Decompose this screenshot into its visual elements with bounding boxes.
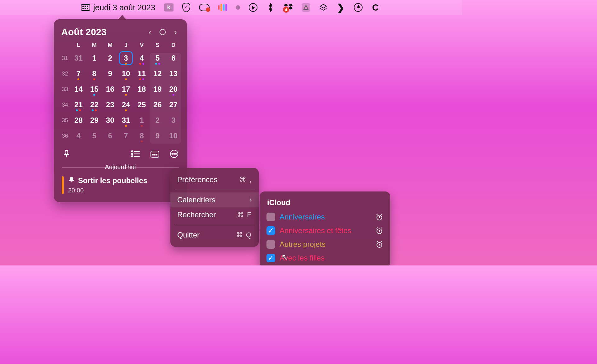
day-cell[interactable]: 31 (71, 50, 86, 66)
alarm-icon[interactable] (375, 213, 383, 221)
day-cell[interactable]: 10 (165, 128, 181, 144)
calendar-toggle-row[interactable]: ✓Avec les filles (260, 251, 390, 265)
day-cell[interactable]: 8 (134, 128, 150, 144)
week-number: 33 (59, 86, 71, 93)
day-cell[interactable]: 14 (71, 81, 86, 97)
month-view-button[interactable] (150, 149, 160, 159)
accessibility-icon[interactable] (354, 3, 363, 12)
day-cell[interactable]: 21 (71, 97, 86, 113)
svg-point-9 (132, 156, 133, 157)
day-cell[interactable]: 1 (134, 113, 150, 128)
day-cell[interactable]: 24 (118, 97, 134, 113)
day-cell[interactable]: 13 (165, 66, 181, 81)
list-view-button[interactable] (131, 149, 140, 159)
bell-icon (68, 176, 75, 185)
day-cell[interactable]: 22 (86, 97, 102, 113)
calendar-toggle-row[interactable]: ✓Anniversaires et fêtes (260, 224, 390, 237)
day-cell[interactable]: 19 (150, 81, 165, 97)
bluetooth-icon[interactable] (266, 3, 275, 12)
day-cell[interactable]: 30 (102, 113, 118, 128)
menu-item-quit[interactable]: Quitter ⌘ Q (170, 228, 259, 242)
calendar-nav: ‹ › (146, 28, 179, 36)
day-cell[interactable]: 4 (71, 128, 86, 144)
triangle-app-icon[interactable] (302, 3, 310, 12)
alarm-icon[interactable] (375, 240, 383, 248)
calendar-toggle-row[interactable]: Autres projets (260, 237, 390, 251)
k-app-icon[interactable]: k (164, 3, 174, 12)
prev-month-button[interactable]: ‹ (146, 28, 154, 36)
day-cell[interactable]: 12 (150, 66, 165, 81)
dow-header: V (134, 42, 150, 48)
day-cell[interactable]: 25 (134, 97, 150, 113)
cloud-sync-icon[interactable] (199, 4, 210, 11)
checkbox[interactable] (266, 213, 275, 221)
day-cell[interactable]: 26 (150, 97, 165, 113)
week-number: 32 (59, 71, 71, 77)
chevron-right-bold-icon[interactable]: ❯ (336, 3, 345, 12)
calendar-toggle-row[interactable]: Anniversaires (260, 210, 390, 224)
day-cell[interactable]: 11 (134, 66, 150, 81)
svg-point-17 (172, 153, 173, 154)
day-cell[interactable]: 3 (165, 113, 181, 128)
dow-header: L (71, 42, 86, 48)
day-cell[interactable]: 10 (118, 66, 134, 81)
day-cell[interactable]: 5 (150, 50, 165, 66)
calendar-header: Août 2023 ‹ › (59, 27, 181, 42)
svg-point-18 (174, 153, 175, 154)
dow-header: M (86, 42, 102, 48)
day-cell[interactable]: 7 (118, 128, 134, 144)
submenu-heading: iCloud (260, 197, 390, 210)
calendar-toolbar (59, 144, 181, 162)
shield-icon[interactable] (182, 3, 190, 12)
day-cell[interactable]: 5 (86, 128, 102, 144)
event-time: 20:00 (68, 187, 147, 194)
checkbox[interactable]: ✓ (266, 254, 275, 262)
menu-item-preferences[interactable]: Préférences ⌘ , (170, 172, 259, 187)
day-cell[interactable]: 4 (134, 50, 150, 66)
day-cell[interactable]: 28 (71, 113, 86, 128)
today-divider: Aujourd'hui (59, 164, 181, 171)
day-cell[interactable]: 29 (86, 113, 102, 128)
go-today-button[interactable] (160, 29, 166, 35)
day-cell[interactable]: 17 (118, 81, 134, 97)
menu-item-search[interactable]: Rechercher ⌘ F (170, 207, 259, 222)
dow-header: S (150, 42, 165, 48)
day-cell[interactable]: 23 (102, 97, 118, 113)
day-cell[interactable]: 15 (86, 81, 102, 97)
stack-icon[interactable] (319, 3, 328, 12)
day-cell[interactable]: 8 (86, 66, 102, 81)
day-cell[interactable]: 9 (102, 66, 118, 81)
week-number: 36 (59, 133, 71, 139)
play-circle-icon[interactable] (249, 3, 257, 12)
day-cell[interactable]: 6 (165, 50, 181, 66)
equalizer-icon[interactable] (218, 4, 227, 11)
day-cell[interactable]: 6 (102, 128, 118, 144)
checkbox[interactable] (266, 240, 275, 249)
day-cell[interactable]: 7 (71, 66, 86, 81)
more-options-button[interactable] (169, 149, 179, 159)
menu-separator (175, 225, 254, 225)
pin-button[interactable] (62, 149, 71, 159)
day-cell[interactable]: 2 (150, 113, 165, 128)
menu-separator (175, 190, 254, 190)
dropbox-icon[interactable]: 4 (284, 3, 293, 12)
macos-menubar: jeudi 3 août 2023 k 4 ❯ C (0, 0, 462, 15)
checkbox[interactable]: ✓ (266, 226, 275, 235)
event-row[interactable]: Sortir les poubelles 20:00 (59, 175, 181, 196)
day-cell[interactable]: 18 (134, 81, 150, 97)
day-cell[interactable]: 1 (86, 50, 102, 66)
day-cell[interactable]: 27 (165, 97, 181, 113)
menu-item-calendars[interactable]: Calendriers › (170, 192, 259, 207)
menubar-calendar-app[interactable]: jeudi 3 août 2023 (81, 3, 155, 12)
day-cell[interactable]: 3 (118, 50, 134, 66)
day-cell[interactable]: 16 (102, 81, 118, 97)
alarm-icon[interactable] (375, 227, 383, 235)
next-month-button[interactable]: › (171, 28, 179, 36)
calendar-label: Autres projets (280, 240, 371, 249)
day-cell[interactable]: 31 (118, 113, 134, 128)
day-cell[interactable]: 9 (150, 128, 165, 144)
letter-c-icon[interactable]: C (371, 3, 380, 12)
status-dot-icon[interactable] (236, 5, 240, 10)
day-cell[interactable]: 20 (165, 81, 181, 97)
day-cell[interactable]: 2 (102, 50, 118, 66)
